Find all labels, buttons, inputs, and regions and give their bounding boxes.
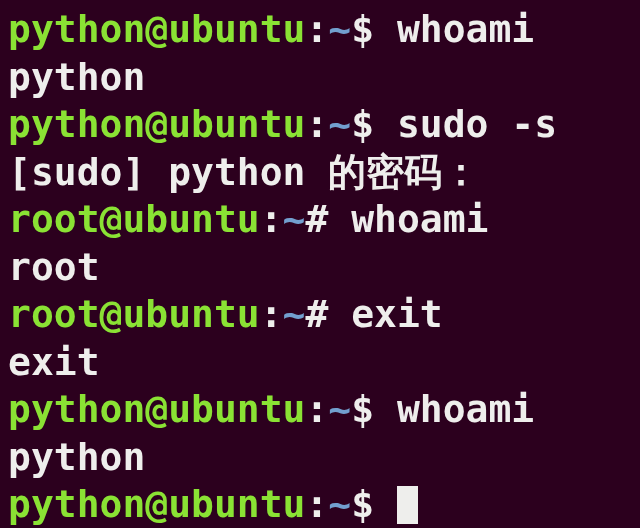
command-text: whoami — [397, 7, 534, 51]
prompt-path: ~ — [283, 292, 306, 336]
prompt-colon: : — [260, 292, 283, 336]
terminal-output-line-1: python — [8, 54, 632, 102]
terminal-output-line-4: root@ubuntu:~# whoami — [8, 196, 632, 244]
command-text — [374, 387, 397, 431]
terminal-output-line-2: python@ubuntu:~$ sudo -s — [8, 101, 632, 149]
command-text — [328, 197, 351, 241]
terminal-output-line-6: root@ubuntu:~# exit — [8, 291, 632, 339]
prompt-path: ~ — [328, 387, 351, 431]
prompt-symbol: # — [305, 292, 328, 336]
prompt-path: ~ — [283, 197, 306, 241]
command-text: whoami — [351, 197, 488, 241]
terminal-input-line[interactable]: python@ubuntu:~$ — [8, 481, 632, 528]
user-host: root@ubuntu — [8, 197, 260, 241]
command-text: sudo -s — [397, 102, 557, 146]
terminal-output-line-3: [sudo] python 的密码： — [8, 149, 632, 197]
prompt-colon: : — [260, 197, 283, 241]
user-host: python@ubuntu — [8, 482, 305, 526]
terminal-output-line-7: exit — [8, 339, 632, 387]
prompt-colon: : — [305, 387, 328, 431]
command-text — [374, 7, 397, 51]
prompt-symbol: $ — [351, 387, 374, 431]
user-host: python@ubuntu — [8, 7, 305, 51]
prompt-symbol: $ — [351, 7, 374, 51]
user-host: python@ubuntu — [8, 102, 305, 146]
prompt-colon: : — [305, 102, 328, 146]
terminal-output-line-8: python@ubuntu:~$ whoami — [8, 386, 632, 434]
prompt-colon: : — [305, 7, 328, 51]
terminal-output-line-9: python — [8, 434, 632, 482]
prompt-path: ~ — [328, 7, 351, 51]
terminal-output-line-0: python@ubuntu:~$ whoami — [8, 6, 632, 54]
command-text: whoami — [397, 387, 534, 431]
cursor-icon — [397, 486, 418, 524]
prompt-colon: : — [305, 482, 328, 526]
prompt-symbol: $ — [351, 482, 374, 526]
terminal-output-line-5: root — [8, 244, 632, 292]
prompt-symbol: $ — [351, 102, 374, 146]
prompt-path: ~ — [328, 482, 351, 526]
user-host: root@ubuntu — [8, 292, 260, 336]
command-text — [374, 102, 397, 146]
prompt-symbol: # — [305, 197, 328, 241]
user-host: python@ubuntu — [8, 387, 305, 431]
command-text — [374, 482, 397, 526]
command-text — [328, 292, 351, 336]
prompt-path: ~ — [328, 102, 351, 146]
command-text: exit — [351, 292, 443, 336]
